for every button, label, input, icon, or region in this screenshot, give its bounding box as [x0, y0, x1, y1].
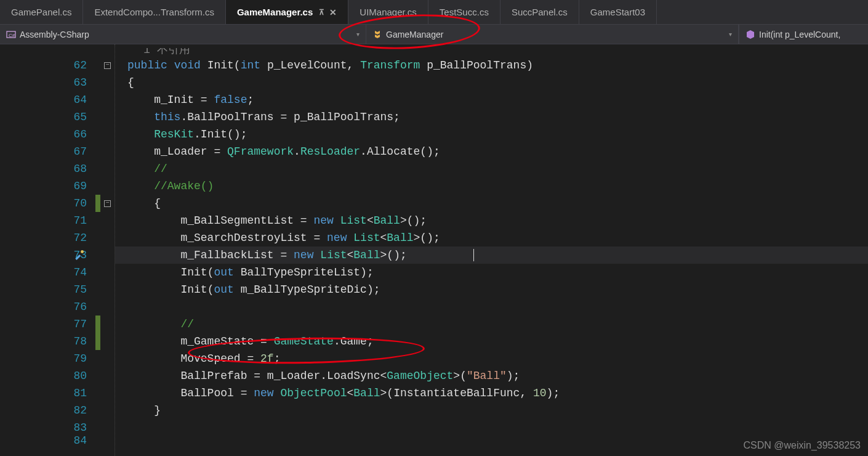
code-line[interactable]: m_BallSegmentList = new List<Ball>();	[115, 212, 868, 229]
tab-gamestart[interactable]: GameStart03	[579, 0, 657, 24]
code-line[interactable]: m_FallbackList = new List<Ball>();	[115, 246, 868, 264]
fold-toggle-icon[interactable]: −	[104, 62, 111, 69]
code-line[interactable]: }	[115, 402, 868, 419]
fold-cell	[100, 367, 115, 385]
code-area[interactable]: 1 不引用public void Init(int p_LevelCount, …	[115, 44, 868, 456]
class-icon	[372, 30, 382, 39]
code-line[interactable]: //Awake()	[115, 177, 868, 195]
fold-toggle-icon[interactable]: −	[104, 200, 111, 207]
fold-cell	[100, 246, 115, 264]
code-line[interactable]	[115, 419, 868, 436]
change-marker	[95, 229, 100, 246]
line-number: 64	[0, 91, 95, 108]
fold-cell	[100, 212, 115, 229]
nav-assembly[interactable]: C# Assembly-CSharp ▾	[0, 25, 366, 44]
code-line[interactable]: 1 不引用	[115, 48, 868, 57]
fold-cell	[100, 316, 115, 333]
code-line[interactable]: MoveSpeed = 2f;	[115, 350, 868, 367]
code-line[interactable]: m_GameState = GameState.Game;	[115, 333, 868, 350]
line-number: 68	[0, 160, 95, 177]
nav-class[interactable]: GameManager ▾	[366, 25, 739, 44]
line-number: 72	[0, 229, 95, 246]
change-marker	[95, 57, 100, 74]
svg-text:C#: C#	[9, 33, 15, 38]
fold-cell	[100, 48, 115, 57]
tab-gamemanager[interactable]: GameManager.cs ⊼ ✕	[226, 0, 348, 24]
tab-label: UIManager.cs	[360, 7, 417, 17]
tab-gamepanel[interactable]: GamePanel.cs	[0, 0, 83, 24]
tab-label: GameManager.cs	[237, 7, 313, 17]
fold-cell	[100, 143, 115, 160]
pin-icon[interactable]: ⊼	[319, 8, 324, 17]
close-icon[interactable]: ✕	[329, 7, 337, 17]
fold-cell	[100, 281, 115, 298]
line-number: 84	[0, 436, 95, 445]
tab-label: SuccPanel.cs	[512, 7, 568, 17]
folding-column: −−	[100, 44, 115, 456]
change-marker	[95, 195, 100, 212]
change-marker	[95, 298, 100, 316]
change-marker	[95, 402, 100, 419]
code-line[interactable]	[115, 298, 868, 316]
fold-cell	[100, 229, 115, 246]
tab-extendcompo[interactable]: ExtendCompo...Transform.cs	[83, 0, 226, 24]
chevron-down-icon: ▾	[723, 31, 732, 38]
fold-cell	[100, 108, 115, 126]
change-marker	[95, 264, 100, 281]
code-line[interactable]: this.BallPoolTrans = p_BallPoolTrans;	[115, 108, 868, 126]
code-line[interactable]: {	[115, 74, 868, 91]
change-marker	[95, 143, 100, 160]
code-line[interactable]: //	[115, 160, 868, 177]
line-number: 67	[0, 143, 95, 160]
tab-label: GameStart03	[590, 7, 645, 17]
code-line[interactable]: Init(out m_BallTypeSpriteDic);	[115, 281, 868, 298]
line-number: 80	[0, 367, 95, 385]
change-marker	[95, 436, 100, 445]
line-number: 70	[0, 195, 95, 212]
fold-cell	[100, 126, 115, 143]
editor[interactable]: 6263646566676869707172737475767778798081…	[0, 44, 868, 456]
tab-succpanel[interactable]: SuccPanel.cs	[500, 0, 579, 24]
code-line[interactable]: m_SearchDestroyList = new List<Ball>();	[115, 229, 868, 246]
line-number: 71	[0, 212, 95, 229]
tab-label: GamePanel.cs	[11, 7, 71, 17]
screwdriver-icon[interactable]	[74, 249, 85, 263]
change-marker	[95, 126, 100, 143]
fold-cell	[100, 436, 115, 445]
fold-cell	[100, 177, 115, 195]
change-marker	[95, 419, 100, 436]
code-line[interactable]: ResKit.Init();	[115, 126, 868, 143]
tab-bar: GamePanel.cs ExtendCompo...Transform.cs …	[0, 0, 868, 25]
text-caret	[473, 249, 474, 261]
fold-cell	[100, 402, 115, 419]
method-icon	[745, 30, 755, 39]
nav-class-label: GameManager	[386, 30, 443, 39]
line-number: 81	[0, 385, 95, 402]
code-line[interactable]: m_Init = false;	[115, 91, 868, 108]
watermark: CSDN @weixin_39538253	[743, 440, 861, 451]
fold-cell[interactable]: −	[100, 195, 115, 212]
code-line[interactable]: //	[115, 316, 868, 333]
code-line[interactable]: public void Init(int p_LevelCount, Trans…	[115, 57, 868, 74]
code-line[interactable]: {	[115, 195, 868, 212]
fold-cell[interactable]: −	[100, 57, 115, 74]
line-number: 78	[0, 333, 95, 350]
tab-testsucc[interactable]: TestSucc.cs	[428, 0, 500, 24]
change-marker	[95, 108, 100, 126]
code-line[interactable]: m_Loader = QFramework.ResLoader.Allocate…	[115, 143, 868, 160]
code-line[interactable]: BallPrefab = m_Loader.LoadSync<GameObjec…	[115, 367, 868, 385]
chevron-down-icon: ▾	[350, 31, 360, 38]
fold-cell	[100, 298, 115, 316]
tab-uimanager[interactable]: UIManager.cs	[348, 0, 428, 24]
change-marker	[95, 160, 100, 177]
fold-cell	[100, 333, 115, 350]
change-marker	[95, 350, 100, 367]
code-line[interactable]: Init(out BallTypeSpriteList);	[115, 264, 868, 281]
nav-assembly-label: Assembly-CSharp	[20, 30, 89, 39]
change-marker	[95, 91, 100, 108]
code-line[interactable]: BallPool = new ObjectPool<Ball>(Instanti…	[115, 385, 868, 402]
line-number	[0, 48, 95, 57]
line-number: 79	[0, 350, 95, 367]
nav-method[interactable]: Init(int p_LevelCount,	[739, 25, 868, 44]
change-marker	[95, 48, 100, 57]
